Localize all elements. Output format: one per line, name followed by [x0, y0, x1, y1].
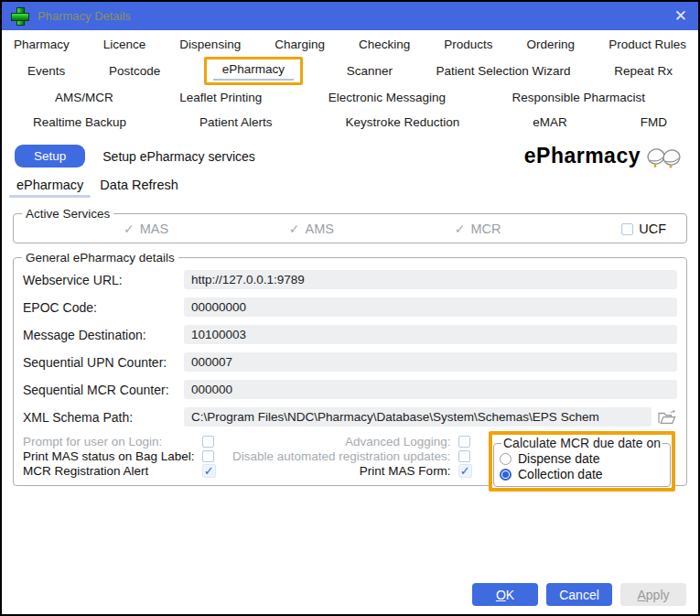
dispense-date-radio[interactable] — [500, 453, 512, 465]
tab-row-4: Realtime Backup Patient Alerts Keystroke… — [2, 110, 698, 135]
xml-schema-path-input[interactable] — [184, 407, 652, 427]
ok-button[interactable]: OK — [472, 583, 538, 606]
setup-row: Setup Setup ePharmacy services ePharmacy — [2, 135, 698, 174]
subtab-epharmacy[interactable]: ePharmacy — [16, 178, 83, 198]
check-icon: ✓ — [204, 465, 214, 477]
print-mas-form-checkbox[interactable]: ✓ — [458, 464, 472, 478]
close-icon[interactable]: ✕ — [674, 8, 687, 24]
ok-accel: O — [496, 588, 506, 602]
general-details-group: General ePharmacy details Webservice URL… — [13, 251, 687, 486]
active-services-group: Active Services ✓ MAS ✓ AMS ✓ MCR UCF — [13, 207, 687, 243]
tab-pharmacy[interactable]: Pharmacy — [14, 38, 70, 51]
tab-patient-alerts[interactable]: Patient Alerts — [199, 115, 273, 129]
tab-fmd[interactable]: FMD — [641, 115, 667, 129]
tab-postcode[interactable]: Postcode — [109, 64, 160, 78]
tab-ams-mcr[interactable]: AMS/MCR — [55, 91, 113, 104]
collection-date-radio[interactable] — [500, 469, 512, 481]
field-row: EPOC Code: — [23, 297, 677, 317]
tab-repeat-rx[interactable]: Repeat Rx — [614, 64, 673, 78]
subtab-data-refresh[interactable]: Data Refresh — [100, 178, 178, 198]
tab-charging[interactable]: Charging — [275, 38, 325, 51]
options-left: Prompt for user on Login: Print MAS stat… — [23, 435, 218, 478]
active-services-legend: Active Services — [22, 207, 113, 221]
message-destination-label: Message Destination: — [23, 328, 184, 342]
subtabs: ePharmacy Data Refresh — [2, 174, 698, 200]
xml-schema-path-label: XML Schema Path: — [23, 410, 184, 425]
tab-scanner[interactable]: Scanner — [347, 64, 393, 78]
mcr-due-date-group: Calculate MCR due date on Dispense date … — [493, 436, 671, 487]
setup-caption: Setup ePharmacy services — [102, 149, 255, 164]
disable-auto-registration-label: Disable automated registration updates: — [232, 449, 451, 463]
options-area: Prompt for user on Login: Print MAS stat… — [23, 435, 677, 478]
prompt-user-login-label: Prompt for user on Login: — [23, 435, 195, 448]
sequential-upn-counter-input[interactable] — [184, 352, 677, 372]
dispense-date-label: Dispense date — [518, 451, 600, 466]
apply-rest: pply — [646, 588, 670, 602]
tab-events[interactable]: Events — [27, 64, 65, 78]
epoc-code-label: EPOC Code: — [23, 300, 184, 315]
browse-folder-icon[interactable] — [657, 409, 677, 426]
tab-checking[interactable]: Checking — [359, 38, 410, 51]
tab-row-3: AMS/MCR Leaflet Printing Electronic Mess… — [2, 85, 698, 110]
service-mas-label: MAS — [140, 222, 168, 236]
service-mcr-label: MCR — [470, 222, 501, 236]
footer-buttons: OK Cancel Apply — [472, 583, 686, 606]
epharmacy-logo: ePharmacy — [524, 144, 684, 168]
disable-auto-registration-checkbox[interactable] — [458, 450, 470, 462]
pharmacy-cross-icon — [11, 7, 29, 26]
tab-licence[interactable]: Licence — [103, 38, 146, 51]
tab-product-rules[interactable]: Product Rules — [608, 38, 686, 51]
titlebar: Pharmacy Details ✕ — [2, 2, 698, 30]
field-row: Webservice URL: — [23, 270, 677, 289]
tab-dispensing[interactable]: Dispensing — [179, 38, 241, 51]
pharmacy-details-dialog: Pharmacy Details ✕ Pharmacy Licence Disp… — [0, 0, 700, 616]
tab-realtime-backup[interactable]: Realtime Backup — [33, 115, 126, 129]
sequential-mcr-counter-input[interactable] — [184, 380, 677, 399]
tab-row-2: Events Postcode ePharmacy Scanner Patien… — [2, 57, 698, 85]
collection-date-label: Collection date — [518, 467, 603, 481]
check-icon: ✓ — [455, 222, 466, 236]
sequential-mcr-counter-label: Sequential MCR Counter: — [23, 383, 184, 397]
mcr-due-date-legend: Calculate MCR due date on — [501, 436, 662, 450]
print-mas-status-checkbox[interactable] — [202, 450, 214, 462]
tab-ordering[interactable]: Ordering — [527, 38, 576, 51]
field-row: Sequential UPN Counter: — [23, 352, 677, 372]
tab-electronic-messaging[interactable]: Electronic Messaging — [328, 91, 446, 104]
epoc-code-input[interactable] — [184, 297, 677, 317]
prompt-user-login-checkbox[interactable] — [202, 436, 214, 448]
webservice-url-label: Webservice URL: — [23, 273, 184, 287]
check-icon: ✓ — [460, 465, 470, 477]
sequential-upn-counter-label: Sequential UPN Counter: — [23, 355, 184, 370]
pills-icon — [645, 145, 684, 168]
tab-leaflet-printing[interactable]: Leaflet Printing — [179, 91, 262, 104]
service-ucf: UCF — [621, 222, 666, 236]
webservice-url-input[interactable] — [184, 270, 677, 289]
tab-row-1: Pharmacy Licence Dispensing Charging Che… — [2, 32, 698, 57]
service-ams-label: AMS — [306, 222, 334, 236]
field-row: Sequential MCR Counter: — [23, 380, 677, 399]
general-details-body: Webservice URL: EPOC Code: Message Desti… — [14, 265, 686, 485]
apply-button[interactable]: Apply — [620, 583, 686, 606]
tab-keystroke-reduction[interactable]: Keystroke Reduction — [346, 115, 460, 129]
dispense-date-option[interactable]: Dispense date — [500, 451, 662, 466]
advanced-logging-checkbox[interactable] — [458, 436, 470, 448]
active-services-body: ✓ MAS ✓ AMS ✓ MCR UCF — [14, 221, 686, 243]
tab-products[interactable]: Products — [444, 38, 492, 51]
field-row: Message Destination: — [23, 325, 677, 344]
cancel-button[interactable]: Cancel — [546, 583, 612, 606]
tab-epharmacy[interactable]: ePharmacy — [222, 62, 285, 81]
tab-patient-selection-wizard[interactable]: Patient Selection Wizard — [436, 64, 571, 78]
service-mcr: ✓ MCR — [455, 222, 501, 236]
collection-date-option[interactable]: Collection date — [500, 467, 662, 481]
mcr-due-date-highlight: Calculate MCR due date on Dispense date … — [489, 431, 675, 492]
tab-emar[interactable]: eMAR — [533, 115, 567, 129]
mcr-registration-alert-checkbox[interactable]: ✓ — [202, 464, 216, 478]
check-icon: ✓ — [289, 222, 300, 236]
service-ams: ✓ AMS — [289, 222, 334, 236]
ucf-checkbox[interactable] — [621, 223, 633, 235]
message-destination-input[interactable] — [184, 325, 677, 344]
epharmacy-tab-highlight: ePharmacy — [204, 57, 303, 85]
tab-responsible-pharmacist[interactable]: Responsible Pharmacist — [512, 91, 645, 104]
window-title: Pharmacy Details — [38, 9, 131, 23]
setup-button[interactable]: Setup — [15, 145, 85, 168]
